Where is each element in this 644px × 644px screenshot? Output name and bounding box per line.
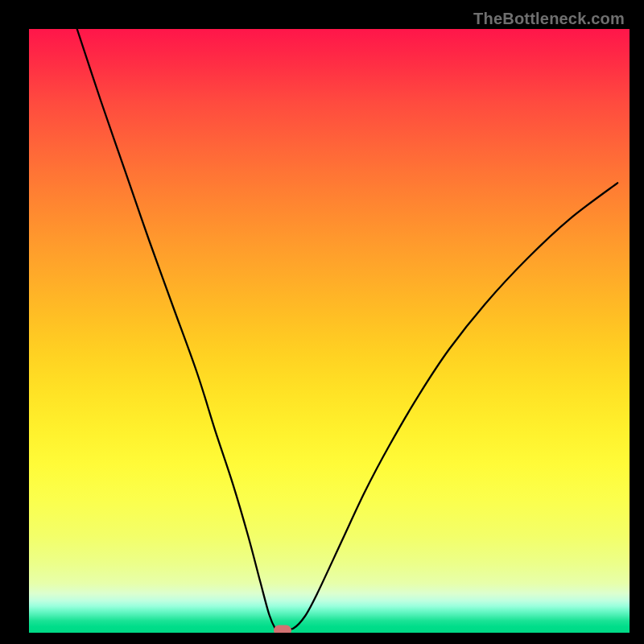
watermark-label: TheBottleneck.com [473,10,625,28]
optimal-point-marker [274,625,291,634]
chart-plot-area [29,29,630,633]
bottleneck-curve [77,29,617,630]
chart-svg [29,29,630,633]
chart-frame: TheBottleneck.com [6,6,638,638]
